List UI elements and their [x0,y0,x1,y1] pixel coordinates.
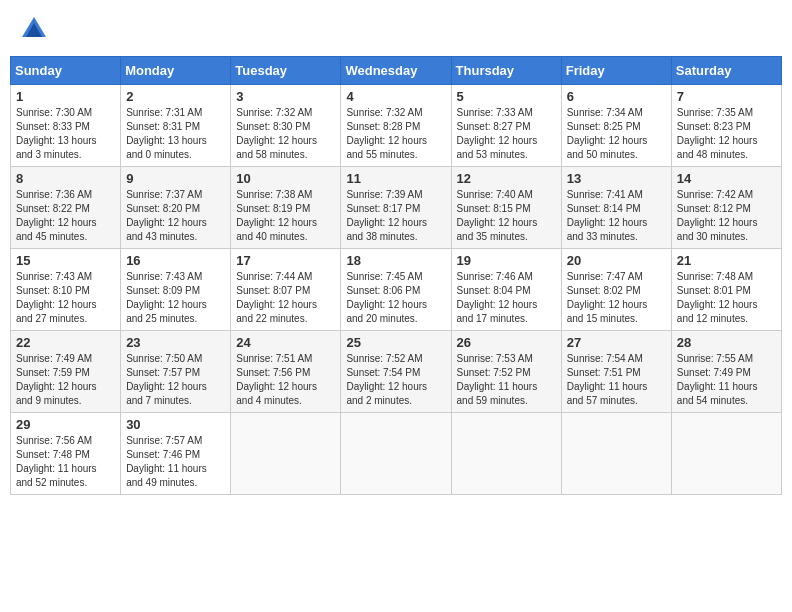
day-info: Sunrise: 7:45 AMSunset: 8:06 PMDaylight:… [346,270,445,326]
day-cell: 26Sunrise: 7:53 AMSunset: 7:52 PMDayligh… [451,331,561,413]
day-info: Sunrise: 7:31 AMSunset: 8:31 PMDaylight:… [126,106,225,162]
day-info: Sunrise: 7:51 AMSunset: 7:56 PMDaylight:… [236,352,335,408]
day-info: Sunrise: 7:32 AMSunset: 8:28 PMDaylight:… [346,106,445,162]
day-info: Sunrise: 7:41 AMSunset: 8:14 PMDaylight:… [567,188,666,244]
header-row: SundayMondayTuesdayWednesdayThursdayFrid… [11,57,782,85]
day-cell [231,413,341,495]
day-cell: 29Sunrise: 7:56 AMSunset: 7:48 PMDayligh… [11,413,121,495]
day-cell: 2Sunrise: 7:31 AMSunset: 8:31 PMDaylight… [121,85,231,167]
day-number: 19 [457,253,556,268]
day-cell: 21Sunrise: 7:48 AMSunset: 8:01 PMDayligh… [671,249,781,331]
day-info: Sunrise: 7:37 AMSunset: 8:20 PMDaylight:… [126,188,225,244]
day-cell: 8Sunrise: 7:36 AMSunset: 8:22 PMDaylight… [11,167,121,249]
week-row-1: 1Sunrise: 7:30 AMSunset: 8:33 PMDaylight… [11,85,782,167]
day-info: Sunrise: 7:30 AMSunset: 8:33 PMDaylight:… [16,106,115,162]
day-number: 26 [457,335,556,350]
day-number: 30 [126,417,225,432]
day-cell: 24Sunrise: 7:51 AMSunset: 7:56 PMDayligh… [231,331,341,413]
day-number: 16 [126,253,225,268]
day-number: 29 [16,417,115,432]
day-cell: 1Sunrise: 7:30 AMSunset: 8:33 PMDaylight… [11,85,121,167]
day-cell: 4Sunrise: 7:32 AMSunset: 8:28 PMDaylight… [341,85,451,167]
day-cell: 5Sunrise: 7:33 AMSunset: 8:27 PMDaylight… [451,85,561,167]
day-cell: 14Sunrise: 7:42 AMSunset: 8:12 PMDayligh… [671,167,781,249]
header-thursday: Thursday [451,57,561,85]
day-cell: 23Sunrise: 7:50 AMSunset: 7:57 PMDayligh… [121,331,231,413]
day-cell: 22Sunrise: 7:49 AMSunset: 7:59 PMDayligh… [11,331,121,413]
day-cell: 3Sunrise: 7:32 AMSunset: 8:30 PMDaylight… [231,85,341,167]
day-cell: 10Sunrise: 7:38 AMSunset: 8:19 PMDayligh… [231,167,341,249]
day-number: 8 [16,171,115,186]
day-number: 2 [126,89,225,104]
day-cell: 27Sunrise: 7:54 AMSunset: 7:51 PMDayligh… [561,331,671,413]
day-number: 3 [236,89,335,104]
day-number: 13 [567,171,666,186]
header-monday: Monday [121,57,231,85]
day-number: 20 [567,253,666,268]
day-cell: 15Sunrise: 7:43 AMSunset: 8:10 PMDayligh… [11,249,121,331]
logo [20,15,52,43]
day-info: Sunrise: 7:40 AMSunset: 8:15 PMDaylight:… [457,188,556,244]
logo-icon [20,15,48,43]
day-cell: 6Sunrise: 7:34 AMSunset: 8:25 PMDaylight… [561,85,671,167]
day-number: 9 [126,171,225,186]
day-info: Sunrise: 7:47 AMSunset: 8:02 PMDaylight:… [567,270,666,326]
day-number: 27 [567,335,666,350]
week-row-4: 22Sunrise: 7:49 AMSunset: 7:59 PMDayligh… [11,331,782,413]
header-saturday: Saturday [671,57,781,85]
day-cell [451,413,561,495]
day-info: Sunrise: 7:39 AMSunset: 8:17 PMDaylight:… [346,188,445,244]
day-number: 23 [126,335,225,350]
day-info: Sunrise: 7:53 AMSunset: 7:52 PMDaylight:… [457,352,556,408]
day-info: Sunrise: 7:35 AMSunset: 8:23 PMDaylight:… [677,106,776,162]
day-info: Sunrise: 7:44 AMSunset: 8:07 PMDaylight:… [236,270,335,326]
week-row-2: 8Sunrise: 7:36 AMSunset: 8:22 PMDaylight… [11,167,782,249]
header-wednesday: Wednesday [341,57,451,85]
header-sunday: Sunday [11,57,121,85]
day-info: Sunrise: 7:54 AMSunset: 7:51 PMDaylight:… [567,352,666,408]
day-cell [341,413,451,495]
day-cell: 12Sunrise: 7:40 AMSunset: 8:15 PMDayligh… [451,167,561,249]
page-header [10,10,782,48]
day-cell: 17Sunrise: 7:44 AMSunset: 8:07 PMDayligh… [231,249,341,331]
day-info: Sunrise: 7:42 AMSunset: 8:12 PMDaylight:… [677,188,776,244]
day-cell [671,413,781,495]
day-cell: 18Sunrise: 7:45 AMSunset: 8:06 PMDayligh… [341,249,451,331]
day-info: Sunrise: 7:34 AMSunset: 8:25 PMDaylight:… [567,106,666,162]
day-cell: 25Sunrise: 7:52 AMSunset: 7:54 PMDayligh… [341,331,451,413]
day-cell: 19Sunrise: 7:46 AMSunset: 8:04 PMDayligh… [451,249,561,331]
day-cell: 13Sunrise: 7:41 AMSunset: 8:14 PMDayligh… [561,167,671,249]
day-number: 7 [677,89,776,104]
day-cell: 28Sunrise: 7:55 AMSunset: 7:49 PMDayligh… [671,331,781,413]
day-number: 17 [236,253,335,268]
day-number: 10 [236,171,335,186]
day-info: Sunrise: 7:33 AMSunset: 8:27 PMDaylight:… [457,106,556,162]
day-info: Sunrise: 7:57 AMSunset: 7:46 PMDaylight:… [126,434,225,490]
day-number: 18 [346,253,445,268]
day-info: Sunrise: 7:48 AMSunset: 8:01 PMDaylight:… [677,270,776,326]
day-cell [561,413,671,495]
day-info: Sunrise: 7:43 AMSunset: 8:10 PMDaylight:… [16,270,115,326]
day-number: 15 [16,253,115,268]
day-info: Sunrise: 7:52 AMSunset: 7:54 PMDaylight:… [346,352,445,408]
header-tuesday: Tuesday [231,57,341,85]
day-cell: 11Sunrise: 7:39 AMSunset: 8:17 PMDayligh… [341,167,451,249]
day-info: Sunrise: 7:46 AMSunset: 8:04 PMDaylight:… [457,270,556,326]
day-number: 22 [16,335,115,350]
day-info: Sunrise: 7:56 AMSunset: 7:48 PMDaylight:… [16,434,115,490]
day-cell: 9Sunrise: 7:37 AMSunset: 8:20 PMDaylight… [121,167,231,249]
day-info: Sunrise: 7:32 AMSunset: 8:30 PMDaylight:… [236,106,335,162]
day-cell: 30Sunrise: 7:57 AMSunset: 7:46 PMDayligh… [121,413,231,495]
day-info: Sunrise: 7:55 AMSunset: 7:49 PMDaylight:… [677,352,776,408]
day-info: Sunrise: 7:38 AMSunset: 8:19 PMDaylight:… [236,188,335,244]
day-number: 12 [457,171,556,186]
day-number: 21 [677,253,776,268]
day-info: Sunrise: 7:36 AMSunset: 8:22 PMDaylight:… [16,188,115,244]
day-number: 24 [236,335,335,350]
header-friday: Friday [561,57,671,85]
day-number: 1 [16,89,115,104]
day-number: 25 [346,335,445,350]
day-info: Sunrise: 7:50 AMSunset: 7:57 PMDaylight:… [126,352,225,408]
day-cell: 20Sunrise: 7:47 AMSunset: 8:02 PMDayligh… [561,249,671,331]
calendar-table: SundayMondayTuesdayWednesdayThursdayFrid… [10,56,782,495]
